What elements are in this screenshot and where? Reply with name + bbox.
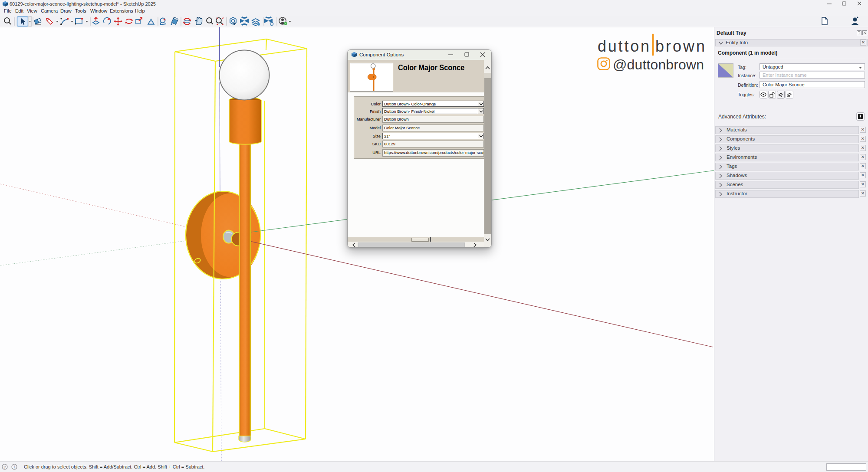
svg-text:brown: brown: [655, 37, 705, 55]
svg-text:dutton: dutton: [598, 37, 649, 55]
svg-text:i: i: [14, 465, 15, 469]
svg-text:@duttonbrown: @duttonbrown: [613, 57, 704, 72]
svg-text:?: ?: [3, 465, 6, 469]
